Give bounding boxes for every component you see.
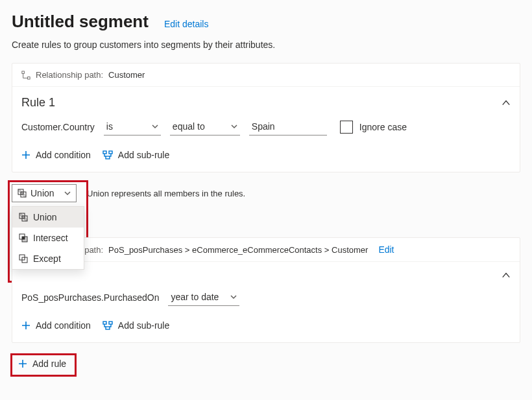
rule-2-card: Relationship path: PoS_posPurchases > eC… — [12, 237, 520, 343]
condition-row: PoS_posPurchases.PurchasedOn year to dat… — [21, 289, 511, 306]
chevron-down-icon — [230, 294, 237, 300]
condition-field: PoS_posPurchases.PurchasedOn — [21, 292, 159, 303]
page-subtitle: Create rules to group customers into seg… — [12, 40, 520, 50]
svg-rect-11 — [22, 237, 25, 239]
operator-2-dropdown[interactable]: equal to — [170, 119, 240, 135]
edit-path-link[interactable]: Edit — [378, 244, 394, 255]
except-icon — [19, 254, 28, 263]
set-operator-menu: Union Intersect Except — [12, 206, 84, 270]
svg-rect-18 — [106, 327, 110, 329]
relationship-path-row: Relationship path: PoS_posPurchases > eC… — [12, 238, 520, 262]
svg-rect-16 — [103, 322, 106, 324]
plus-icon — [21, 150, 30, 159]
svg-rect-2 — [103, 151, 106, 154]
plus-icon — [21, 321, 30, 330]
operator-1-dropdown[interactable]: is — [104, 119, 161, 135]
relationship-path-label: Relationship path: — [36, 70, 103, 80]
union-icon — [19, 213, 28, 222]
set-operator-option-union[interactable]: Union — [12, 207, 84, 228]
collapse-icon[interactable] — [502, 99, 511, 108]
svg-rect-4 — [106, 156, 110, 159]
add-sub-rule-button[interactable]: Add sub-rule — [103, 318, 169, 333]
rule-1-card: Relationship path: Customer Rule 1 Custo… — [12, 63, 520, 172]
relationship-icon — [21, 71, 30, 80]
set-operator-help: Union represents all members in the rule… — [87, 189, 245, 198]
relationship-path-row: Relationship path: Customer — [12, 64, 520, 87]
operator-1-dropdown[interactable]: year to date — [168, 289, 239, 306]
add-condition-button[interactable]: Add condition — [21, 147, 91, 163]
page-title: Untitled segment — [12, 12, 149, 32]
set-operator-option-except[interactable]: Except — [12, 248, 84, 269]
set-operator-dropdown[interactable]: Union — [12, 184, 77, 202]
add-sub-rule-button[interactable]: Add sub-rule — [103, 147, 169, 163]
plus-icon — [18, 359, 27, 368]
collapse-icon[interactable] — [502, 271, 511, 280]
svg-rect-17 — [109, 322, 112, 324]
value-input[interactable]: Spain — [249, 119, 327, 135]
svg-rect-1 — [28, 76, 30, 79]
svg-rect-3 — [109, 151, 112, 154]
intersect-icon — [19, 233, 28, 242]
condition-row: Customer.Country is equal to Spain Ignor… — [21, 119, 511, 135]
ignore-case-label: Ignore case — [359, 122, 407, 132]
ignore-case-checkbox[interactable] — [340, 121, 353, 134]
chevron-down-icon — [231, 123, 237, 130]
edit-details-link[interactable]: Edit details — [164, 19, 208, 29]
condition-field: Customer.Country — [21, 122, 95, 132]
set-operator-option-intersect[interactable]: Intersect — [12, 228, 84, 248]
relationship-path-value: PoS_posPurchases > eCommerce_eCommerceCo… — [108, 245, 368, 255]
svg-rect-0 — [22, 71, 25, 73]
relationship-path-value: Customer — [108, 70, 145, 80]
sub-rule-icon — [103, 150, 113, 159]
sub-rule-icon — [103, 321, 113, 330]
chevron-down-icon — [64, 190, 71, 196]
chevron-down-icon — [152, 123, 158, 130]
add-rule-button[interactable]: Add rule — [12, 355, 73, 373]
union-icon — [18, 189, 27, 198]
set-operator-row: Union Union Intersect — [12, 184, 520, 202]
rule-1-title: Rule 1 — [21, 96, 55, 110]
add-condition-button[interactable]: Add condition — [21, 318, 91, 333]
